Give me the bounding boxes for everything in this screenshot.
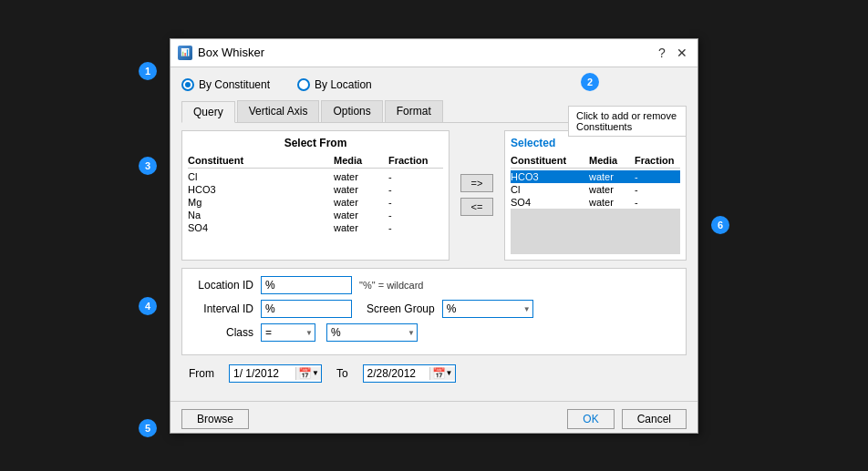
to-date-wrap: 📅 ▼ bbox=[363, 364, 456, 383]
sf-row-3[interactable]: Na water - bbox=[188, 209, 443, 221]
from-label: From bbox=[189, 367, 214, 380]
calendar-icon-2: 📅 bbox=[432, 367, 446, 380]
interval-id-input[interactable] bbox=[261, 300, 352, 318]
sf-r2-fraction: - bbox=[388, 197, 443, 208]
sel-row-2[interactable]: SO4 water - bbox=[511, 196, 680, 209]
chevron-down-icon-2: ▼ bbox=[446, 369, 453, 377]
sf-col-media: Media bbox=[334, 155, 388, 166]
screen-group-label: Screen Group bbox=[367, 302, 435, 315]
from-date-calendar-btn[interactable]: 📅 ▼ bbox=[295, 367, 321, 380]
sel-r1-constituent: Cl bbox=[511, 184, 589, 195]
from-date-input[interactable] bbox=[230, 365, 295, 382]
tab-vertical-axis[interactable]: Vertical Axis bbox=[237, 100, 320, 122]
browse-button[interactable]: Browse bbox=[181, 409, 249, 429]
cancel-button[interactable]: Cancel bbox=[622, 409, 687, 429]
filter-section: Location ID "%" = wildcard Interval ID S… bbox=[181, 268, 687, 355]
arrows-column: => <= bbox=[457, 130, 497, 261]
sf-r3-constituent: Na bbox=[188, 210, 334, 220]
radio-group: By Constituent By Location Click to add … bbox=[181, 75, 687, 95]
location-id-input[interactable] bbox=[261, 276, 352, 294]
bottom-bar: Browse OK Cancel bbox=[170, 401, 698, 433]
badge-4: 4 bbox=[139, 297, 157, 315]
close-button[interactable]: ✕ bbox=[674, 45, 690, 61]
sel-col-constituent: Constituent bbox=[511, 155, 589, 166]
class-operator-select[interactable]: = bbox=[261, 323, 315, 342]
sel-row-0[interactable]: HCO3 water - bbox=[511, 170, 680, 183]
class-label: Class bbox=[190, 326, 253, 339]
hint-box: Click to add or remove Constituents bbox=[568, 106, 687, 137]
sel-r0-fraction: - bbox=[635, 171, 680, 182]
badge-5: 5 bbox=[139, 419, 157, 437]
title-bar: 📊 Box Whisker ? ✕ bbox=[170, 39, 698, 67]
radio-location-label: By Location bbox=[315, 78, 372, 91]
sf-row-0[interactable]: Cl water - bbox=[188, 170, 443, 183]
calendar-icon: 📅 bbox=[298, 367, 312, 380]
sf-row-2[interactable]: Mg water - bbox=[188, 196, 443, 209]
remove-button[interactable]: <= bbox=[460, 198, 493, 216]
sf-r1-fraction: - bbox=[388, 184, 443, 195]
hint-text: Click to add or remove Constituents bbox=[576, 110, 677, 132]
tab-options[interactable]: Options bbox=[321, 100, 382, 122]
sel-r2-media: water bbox=[589, 197, 635, 208]
tab-format[interactable]: Format bbox=[385, 100, 443, 122]
help-button[interactable]: ? bbox=[654, 45, 670, 61]
badge-3: 3 bbox=[139, 157, 157, 175]
from-date-wrap: 📅 ▼ bbox=[229, 364, 322, 383]
selected-panel: Selected Constituent Media Fraction HCO3… bbox=[504, 130, 687, 261]
select-from-header: Constituent Media Fraction bbox=[188, 155, 443, 169]
location-id-label: Location ID bbox=[190, 279, 253, 292]
tab-query[interactable]: Query bbox=[181, 101, 235, 123]
sel-row-1[interactable]: Cl water - bbox=[511, 183, 680, 196]
sf-col-fraction: Fraction bbox=[388, 155, 443, 166]
dialog-title: Box Whisker bbox=[198, 46, 264, 59]
sf-row-4[interactable]: SO4 water - bbox=[188, 221, 443, 234]
selected-empty-area bbox=[511, 209, 680, 254]
selected-header: Constituent Media Fraction bbox=[511, 155, 680, 169]
sf-r2-media: water bbox=[334, 197, 388, 208]
sf-r3-media: water bbox=[334, 210, 388, 220]
badge-1: 1 bbox=[139, 62, 157, 80]
to-date-calendar-btn[interactable]: 📅 ▼ bbox=[429, 367, 455, 380]
radio-by-location[interactable]: By Location bbox=[297, 78, 372, 91]
sel-col-fraction: Fraction bbox=[635, 155, 680, 166]
badge-2: 2 bbox=[581, 73, 599, 91]
select-from-title: Select From bbox=[188, 137, 443, 149]
sf-r2-constituent: Mg bbox=[188, 197, 334, 208]
sel-r2-fraction: - bbox=[635, 197, 680, 208]
sf-r0-fraction: - bbox=[388, 171, 443, 182]
sf-r4-media: water bbox=[334, 222, 388, 233]
sf-r0-constituent: Cl bbox=[188, 171, 334, 182]
radio-by-constituent[interactable]: By Constituent bbox=[181, 78, 270, 91]
ok-button[interactable]: OK bbox=[567, 409, 614, 429]
filter-row-location: Location ID "%" = wildcard bbox=[190, 276, 678, 294]
sel-col-media: Media bbox=[589, 155, 635, 166]
sel-r2-constituent: SO4 bbox=[511, 197, 589, 208]
filter-row-class: Class = % bbox=[190, 323, 678, 342]
filter-row-interval: Interval ID Screen Group % bbox=[190, 300, 678, 318]
sel-r0-constituent: HCO3 bbox=[511, 171, 589, 182]
sel-r1-fraction: - bbox=[635, 184, 680, 195]
sf-r3-fraction: - bbox=[388, 210, 443, 220]
class-value-select[interactable]: % bbox=[326, 323, 418, 342]
sf-r4-constituent: SO4 bbox=[188, 222, 334, 233]
sf-r1-media: water bbox=[334, 184, 388, 195]
date-section: From 📅 ▼ To 📅 ▼ bbox=[181, 364, 687, 383]
wildcard-hint: "%" = wildcard bbox=[359, 280, 423, 291]
radio-location-circle bbox=[297, 78, 310, 91]
radio-constituent-label: By Constituent bbox=[199, 78, 270, 91]
interval-id-label: Interval ID bbox=[190, 302, 253, 315]
main-content: Select From Constituent Media Fraction C… bbox=[181, 130, 687, 261]
to-label: To bbox=[336, 367, 348, 380]
to-date-input[interactable] bbox=[364, 365, 429, 382]
sf-r0-media: water bbox=[334, 171, 388, 182]
add-button[interactable]: => bbox=[460, 174, 493, 192]
app-icon: 📊 bbox=[178, 46, 192, 60]
chevron-down-icon: ▼ bbox=[312, 369, 319, 377]
radio-constituent-circle bbox=[181, 78, 194, 91]
selected-title: Selected bbox=[511, 137, 680, 149]
badge-6: 6 bbox=[711, 216, 729, 234]
sel-r1-media: water bbox=[589, 184, 635, 195]
sf-r4-fraction: - bbox=[388, 222, 443, 233]
sf-row-1[interactable]: HCO3 water - bbox=[188, 183, 443, 196]
screen-group-select[interactable]: % bbox=[442, 300, 533, 318]
